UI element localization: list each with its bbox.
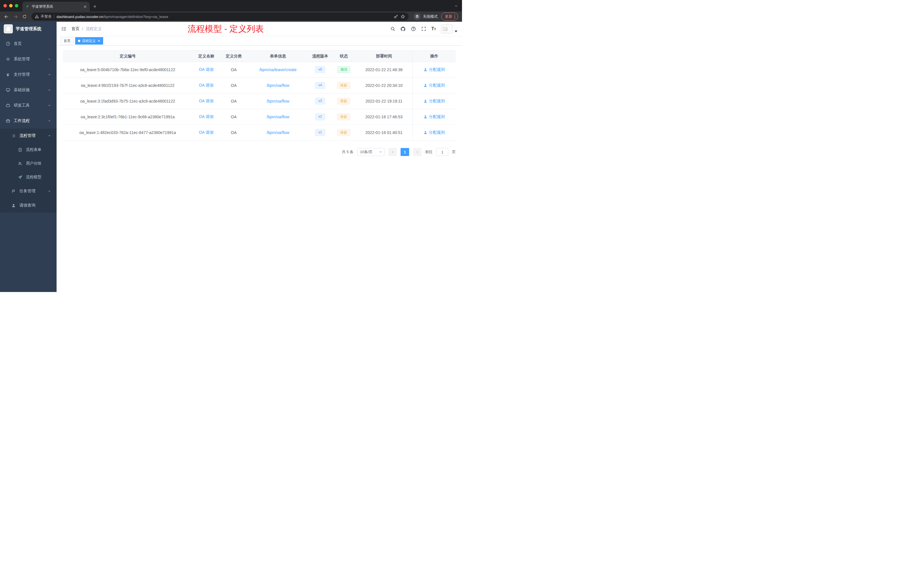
security-chip[interactable]: 不安全 [35,14,52,19]
pagination: 共 5 条 10条/页 1 前往 页 [63,148,456,156]
form-document-icon [18,147,23,152]
table-header-row: 定义编号 定义名称 定义分类 表单信息 流程版本 状态 部署时间 操作 [63,51,456,62]
breadcrumb-current: 流程定义 [86,26,102,31]
tab-title: 芋道管理系统 [32,4,81,9]
close-window-button[interactable] [3,4,7,7]
action-cell: 分配规则 [412,125,456,140]
sidebar-item-user-group[interactable]: 用户分组 [0,157,56,170]
definition-name: OA 请假 [193,109,220,125]
definition-category: OA [220,78,248,93]
sidebar: 芋道管理系统 首页 系统管理 ¥ 支付管理 基础设施 [0,22,56,292]
browser-menu-kebab-icon [454,15,455,18]
user-menu[interactable] [441,25,457,33]
assign-rule-link[interactable]: 分配规则 [423,83,445,88]
update-button[interactable]: 更新 [441,13,458,21]
minimize-window-button[interactable] [9,4,13,7]
tab-close-icon[interactable]: ✕ [83,5,87,9]
workflow-icon [5,119,10,124]
address-bar[interactable]: 不安全 dashboard.yudao.iocoder.cn/bpm/manag… [31,13,409,21]
sidebar-item-leave-query[interactable]: 请假查询 [0,198,56,213]
prev-page-button[interactable] [388,148,397,156]
definition-id: oa_leave:4:991f2193-7b7f-11ec-a3c8-acde4… [63,78,193,93]
status: 挂起 [332,93,356,109]
bookmark-star-icon[interactable] [401,14,405,19]
person-icon [423,115,427,119]
caret-down-icon [455,31,457,32]
status-badge: 激活 [337,66,350,73]
table-row: oa_leave:4:991f2193-7b7f-11ec-a3c8-acde4… [63,78,456,93]
page-size-select[interactable]: 10条/页 [357,148,384,156]
definition-name: OA 请假 [193,62,220,78]
github-icon[interactable] [400,26,406,32]
font-size-icon[interactable]: TT [431,26,436,31]
next-page-button[interactable] [413,148,421,156]
definition-category: OA [220,109,248,125]
form-link[interactable]: /bpm/oa/flow [267,130,289,135]
col-definition-category: 定义分类 [220,51,248,62]
assign-rule-link[interactable]: 分配规则 [423,114,445,119]
flag-icon [11,189,16,194]
form-link[interactable]: /bpm/oa/flow [267,115,289,119]
tab-search-chevron-icon[interactable] [454,0,458,12]
help-question-icon[interactable] [411,26,416,32]
pagination-total: 共 5 条 [342,149,353,155]
deploy-time: 2022-01-22 20:34:10 [355,78,412,93]
sidebar-item-workflow[interactable]: 工作流程 [0,113,56,129]
form-link[interactable]: /bpm/oa/leave/create [259,68,297,72]
chevron-up-icon [48,119,51,122]
incognito-badge: 无痕模式 [414,13,438,20]
breadcrumb-home[interactable]: 首页 [71,26,79,31]
main-area: 首页 / 流程定义 流程模型 - 定义列表 TT [56,22,462,292]
browser-toolbar: 不安全 dashboard.yudao.iocoder.cn/bpm/manag… [0,12,462,22]
person-icon [423,68,427,72]
status-badge: 挂起 [337,98,350,105]
sidebar-item-infrastructure[interactable]: 基础设施 [0,82,56,98]
assign-rule-link[interactable]: 分配规则 [423,67,445,72]
person-icon [11,203,16,208]
back-button[interactable] [2,13,10,21]
sidebar-fold-icon[interactable] [61,26,67,32]
form-link[interactable]: /bpm/oa/flow [267,99,289,104]
sidebar-item-task-management[interactable]: 任务管理 [0,184,56,198]
reload-button[interactable] [21,13,28,21]
process-version: v5 [308,62,332,78]
assign-rule-link[interactable]: 分配规则 [423,130,445,135]
deploy-time: 2022-01-16 01:40:51 [355,125,412,140]
zoom-window-button[interactable] [15,4,18,7]
form-link[interactable]: /bpm/oa/flow [267,83,289,88]
password-key-icon[interactable] [394,14,398,19]
sidebar-item-process-form[interactable]: 流程表单 [0,143,56,157]
table-row: oa_leave:3:1fad3d93-7b75-11ec-a3c8-acde4… [63,93,456,109]
incognito-icon [414,13,421,20]
page-content: 定义编号 定义名称 定义分类 表单信息 流程版本 状态 部署时间 操作 oa_l… [56,46,462,292]
new-tab-button[interactable]: + [90,2,100,12]
sidebar-item-home[interactable]: 首页 [0,36,56,51]
tag-home[interactable]: 首页 [61,37,73,45]
goto-page-input[interactable] [436,148,448,156]
status: 激活 [332,62,356,78]
definition-name: OA 请假 [193,125,220,140]
sidebar-item-payment[interactable]: ¥ 支付管理 [0,67,56,82]
browser-tab[interactable]: 芋道管理系统 ✕ [22,2,90,12]
action-cell: 分配规则 [412,93,456,109]
fullscreen-icon[interactable] [421,26,426,32]
col-form-info: 表单信息 [248,51,308,62]
active-tag-dot [78,40,80,42]
status: 挂起 [332,125,356,140]
forward-button[interactable] [12,13,20,21]
update-label: 更新 [445,14,452,19]
tag-process-definition[interactable]: 流程定义 ✕ [75,37,103,45]
window-controls [3,0,22,12]
col-definition-name: 定义名称 [193,51,220,62]
tag-close-icon[interactable]: ✕ [97,39,100,43]
assign-rule-link[interactable]: 分配规则 [423,99,445,104]
sidebar-item-dev-tools[interactable]: 研发工具 [0,98,56,113]
page-number-button[interactable]: 1 [401,148,409,156]
definition-name: OA 请假 [193,93,220,109]
incognito-label: 无痕模式 [423,14,438,19]
form-info: /bpm/oa/flow [248,78,308,93]
sidebar-item-system[interactable]: 系统管理 [0,51,56,67]
sidebar-item-process-management[interactable]: 流程管理 [0,129,56,143]
search-icon[interactable] [390,26,396,32]
sidebar-item-process-model[interactable]: 流程模型 [0,170,56,184]
